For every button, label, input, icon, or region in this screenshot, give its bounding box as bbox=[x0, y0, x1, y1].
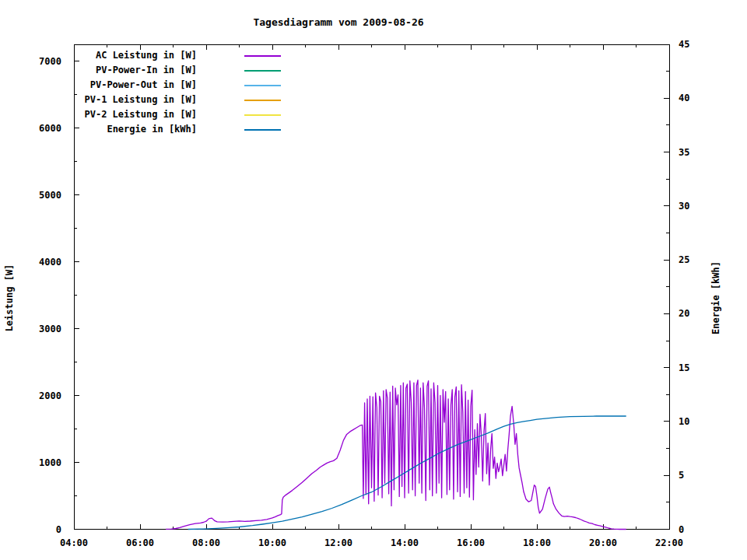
y2-tick-label: 5 bbox=[679, 469, 717, 481]
x-tick-label: 22:00 bbox=[646, 537, 693, 549]
legend-line-sample bbox=[244, 129, 281, 131]
legend-label: PV-Power-In in [W] bbox=[0, 65, 197, 75]
x-tick-label: 18:00 bbox=[514, 537, 560, 549]
legend-line-sample bbox=[244, 55, 281, 57]
y2-tick-label: 20 bbox=[679, 307, 717, 320]
y-tick-label: 3000 bbox=[15, 323, 61, 335]
legend-label: Energie in [kWh] bbox=[0, 124, 197, 135]
x-tick-label: 16:00 bbox=[447, 537, 494, 549]
y-tick-label: 1000 bbox=[15, 457, 61, 469]
legend-label: PV-1 Leistung in [W] bbox=[0, 94, 197, 105]
x-tick-label: 20:00 bbox=[580, 537, 626, 549]
y2-tick-label: 35 bbox=[679, 146, 717, 159]
legend-line-sample bbox=[244, 114, 281, 116]
y2-tick-label: 15 bbox=[679, 362, 717, 374]
x-tick-label: 10:00 bbox=[249, 537, 296, 549]
y2-tick-label: 45 bbox=[679, 38, 717, 51]
x-tick-label: 04:00 bbox=[51, 537, 97, 549]
y-tick-label: 4000 bbox=[15, 256, 61, 268]
legend-line-sample bbox=[244, 70, 281, 72]
x-tick-label: 06:00 bbox=[117, 537, 163, 549]
legend-line-sample bbox=[244, 100, 281, 101]
legend-label: PV-Power-Out in [W] bbox=[0, 79, 197, 90]
series-line-ac-leistung-in-w- bbox=[166, 380, 626, 530]
x-tick-label: 08:00 bbox=[183, 537, 230, 549]
y2-tick-label: 30 bbox=[679, 200, 717, 212]
legend-label: AC Leistung in [W] bbox=[0, 50, 197, 61]
y2-tick-label: 25 bbox=[679, 254, 717, 266]
y2-tick-label: 40 bbox=[679, 92, 717, 104]
y-tick-label: 5000 bbox=[15, 189, 61, 201]
y-tick-label: 2000 bbox=[15, 390, 61, 402]
y-tick-label: 0 bbox=[15, 523, 61, 536]
x-tick-label: 14:00 bbox=[381, 537, 428, 549]
legend-line-sample bbox=[244, 85, 281, 86]
y2-tick-label: 0 bbox=[679, 523, 717, 536]
y2-tick-label: 10 bbox=[679, 415, 717, 428]
chart-canvas: Tagesdiagramm vom 2009-08-26 Leistung [W… bbox=[0, 0, 747, 560]
series-line-energie-in-kwh- bbox=[188, 416, 626, 530]
legend-label: PV-2 Leistung in [W] bbox=[0, 109, 197, 120]
x-tick-label: 12:00 bbox=[315, 537, 362, 549]
